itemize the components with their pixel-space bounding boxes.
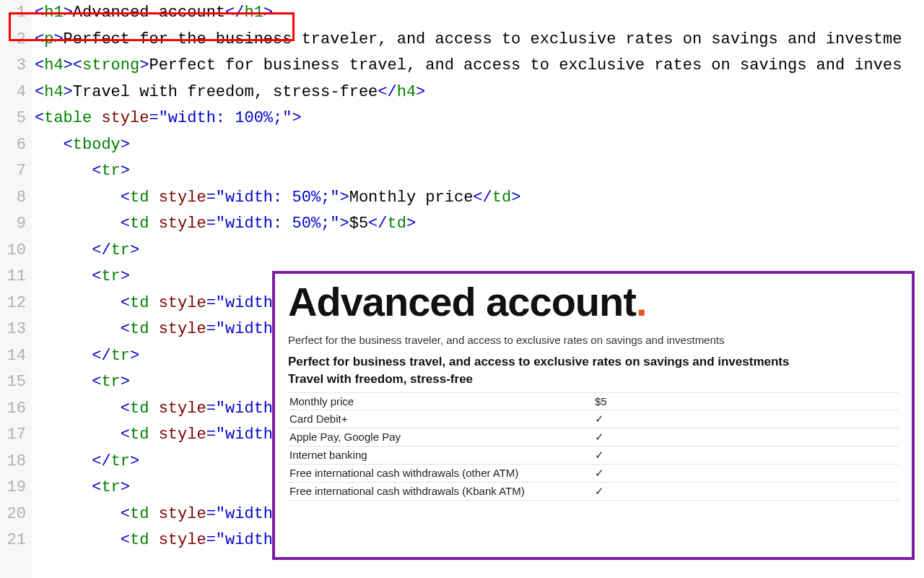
line-number: 5 <box>0 105 26 132</box>
feature-value: ✓ <box>593 482 899 500</box>
feature-value: ✓ <box>593 410 899 428</box>
feature-label: Apple Pay, Google Pay <box>288 428 593 446</box>
line-number: 19 <box>0 475 26 501</box>
line-number-gutter: 123456789101112131415161718192021 <box>0 0 32 578</box>
line-number: 15 <box>0 369 26 396</box>
line-number: 21 <box>0 527 26 554</box>
line-number: 11 <box>0 264 26 290</box>
preview-subheading-2: Travel with freedom, stress-free <box>288 372 899 387</box>
table-row: Internet banking✓ <box>288 446 899 464</box>
code-line[interactable]: <tr> <box>32 158 924 185</box>
table-row: Card Debit+✓ <box>288 410 899 428</box>
line-number: 18 <box>0 449 26 475</box>
code-line[interactable]: <h1>Advanced account</h1> <box>32 0 924 27</box>
code-line[interactable]: <td style="width: 50%;">$5</td> <box>32 211 924 238</box>
line-number: 13 <box>0 316 26 343</box>
line-number: 3 <box>0 53 26 79</box>
table-row: Free international cash withdrawals (Kba… <box>288 482 899 500</box>
preview-heading-dot: . <box>636 279 647 324</box>
preview-heading-text: Advanced account <box>288 279 636 324</box>
preview-heading: Advanced account. <box>288 281 899 324</box>
code-line[interactable]: <p>Perfect for the business traveler, an… <box>32 27 924 53</box>
preview-subheading-1: Perfect for business travel, and access … <box>288 355 899 369</box>
feature-value: ✓ <box>593 464 899 482</box>
line-number: 4 <box>0 79 26 106</box>
code-line[interactable]: <td style="width: 50%;">Monthly price</t… <box>32 185 924 212</box>
preview-lead: Perfect for the business traveler, and a… <box>288 334 899 346</box>
line-number: 9 <box>0 211 26 238</box>
table-row: Free international cash withdrawals (oth… <box>288 464 899 482</box>
feature-label: Card Debit+ <box>288 410 593 428</box>
line-number: 10 <box>0 238 26 264</box>
line-number: 1 <box>0 0 26 27</box>
feature-label: Internet banking <box>288 446 593 464</box>
table-row: Monthly price$5 <box>288 392 899 410</box>
line-number: 7 <box>0 158 26 185</box>
feature-value: $5 <box>593 392 899 410</box>
feature-label: Monthly price <box>288 392 593 410</box>
code-line[interactable]: <h4><strong>Perfect for business travel,… <box>32 53 924 79</box>
line-number: 20 <box>0 501 26 528</box>
code-line[interactable]: <tbody> <box>32 132 924 159</box>
preview-feature-table: Monthly price$5Card Debit+✓Apple Pay, Go… <box>288 392 899 501</box>
line-number: 8 <box>0 185 26 212</box>
line-number: 14 <box>0 343 26 370</box>
line-number: 6 <box>0 132 26 159</box>
code-line[interactable]: </tr> <box>32 238 924 264</box>
line-number: 17 <box>0 422 26 449</box>
feature-value: ✓ <box>593 446 899 464</box>
code-line[interactable]: <h4>Travel with freedom, stress-free</h4… <box>32 79 924 106</box>
rendered-preview-panel: Advanced account. Perfect for the busine… <box>272 271 915 560</box>
feature-label: Free international cash withdrawals (oth… <box>288 464 593 482</box>
line-number: 16 <box>0 396 26 423</box>
table-row: Apple Pay, Google Pay✓ <box>288 428 899 446</box>
line-number: 12 <box>0 290 26 317</box>
code-line[interactable]: <table style="width: 100%;"> <box>32 105 924 132</box>
line-number: 2 <box>0 27 26 53</box>
feature-label: Free international cash withdrawals (Kba… <box>288 482 593 500</box>
feature-value: ✓ <box>593 428 899 446</box>
